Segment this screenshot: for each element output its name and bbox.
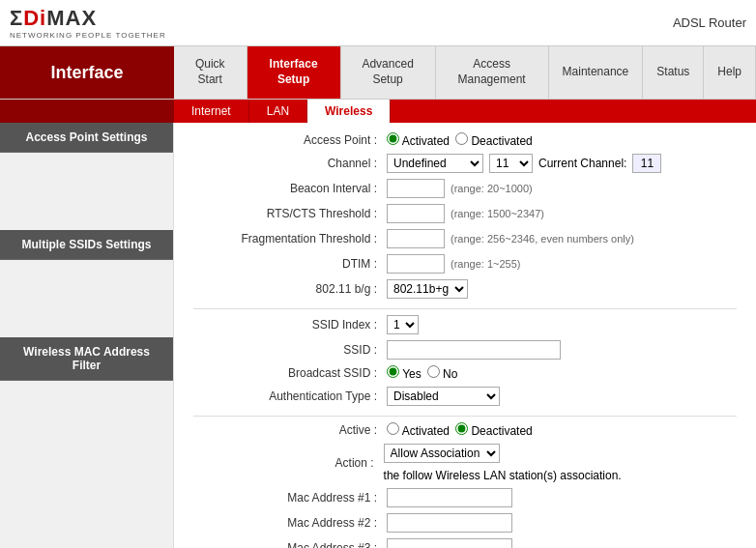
- mac-action-select[interactable]: Allow Association Deny Association: [384, 444, 500, 463]
- mac3-control: 00:00:00:00:00:00: [387, 538, 512, 548]
- mac-active-control: Activated Deactivated: [387, 422, 533, 438]
- sidebar-item-mac-filter-label: Wireless MAC Address Filter: [10, 345, 163, 372]
- access-point-activated-option[interactable]: Activated: [387, 132, 450, 148]
- channel-control: Undefined 1234 5678 910111213 1234 5678 …: [387, 154, 661, 173]
- broadcast-no-option[interactable]: No: [427, 365, 458, 381]
- header: ΣDiMAX NETWORKING PEOPLE TOGETHER ADSL R…: [0, 0, 756, 46]
- nav-tabs: Quick Start Interface Setup Advanced Set…: [174, 46, 756, 99]
- ssid-control: default: [387, 340, 561, 360]
- tab-advanced-setup[interactable]: Advanced Setup: [341, 46, 436, 99]
- mac1-input[interactable]: 00:00:00:00:00:00: [387, 488, 512, 507]
- broadcast-yes-radio[interactable]: [387, 365, 399, 378]
- beacon-input[interactable]: 100: [387, 179, 445, 198]
- ssid-index-control: 1234: [387, 315, 419, 334]
- rts-input[interactable]: 2347: [387, 204, 445, 223]
- dtim-input[interactable]: 1: [387, 254, 445, 274]
- content-area: Access Point : Activated Deactivated Cha…: [174, 123, 756, 548]
- mac2-input[interactable]: 00:00:00:00:00:00: [387, 513, 512, 533]
- current-channel-value: 11: [632, 154, 661, 173]
- ssid-label: SSID :: [193, 343, 387, 357]
- ssid-index-label: SSID Index :: [193, 318, 387, 332]
- mac2-label: Mac Address #2 :: [193, 516, 387, 530]
- logo-sigma: Σ: [10, 6, 23, 30]
- mac-activated-radio[interactable]: [387, 422, 399, 435]
- sub-nav-spacer: [0, 100, 174, 123]
- tab-quick-start[interactable]: Quick Start: [174, 46, 247, 99]
- beacon-hint: (range: 20~1000): [451, 183, 533, 194]
- dtim-hint: (range: 1~255): [451, 258, 520, 270]
- deactivated-radio[interactable]: [455, 132, 468, 145]
- tab-status[interactable]: Status: [643, 46, 704, 99]
- mac1-control: 00:00:00:00:00:00: [387, 488, 512, 507]
- dtim-label: DTIM :: [193, 257, 387, 271]
- channel-num-select[interactable]: 1234 5678 910111213: [489, 154, 533, 173]
- frag-input[interactable]: 2346: [387, 229, 445, 248]
- mac-activated-option[interactable]: Activated: [387, 422, 450, 438]
- mac-active-row: Active : Activated Deactivated: [193, 422, 737, 438]
- mac-deactivated-option[interactable]: Deactivated: [455, 422, 533, 438]
- frag-hint: (range: 256~2346, even numbers only): [451, 233, 634, 245]
- mac3-input[interactable]: 00:00:00:00:00:00: [387, 538, 512, 548]
- rts-hint: (range: 1500~2347): [451, 208, 544, 219]
- sidebar-item-wireless-mac-address-filter[interactable]: Wireless MAC Address Filter: [0, 337, 173, 381]
- broadcast-no-radio[interactable]: [427, 365, 440, 378]
- auth-type-row: Authentication Type : Disabled WEP WPA-P…: [193, 387, 737, 406]
- access-point-control: Activated Deactivated: [387, 132, 533, 148]
- broadcast-yes-option[interactable]: Yes: [387, 365, 422, 381]
- deactivated-label: Deactivated: [471, 134, 532, 148]
- access-point-section: Access Point : Activated Deactivated Cha…: [193, 132, 737, 299]
- ssid-input[interactable]: default: [387, 340, 561, 360]
- mode-select[interactable]: 802.11b 802.11g 802.11b+g: [387, 279, 468, 299]
- channel-row: Channel : Undefined 1234 5678 910111213 …: [193, 154, 737, 173]
- mac-filter-section: Active : Activated Deactivated Action :: [193, 422, 737, 548]
- activated-label: Activated: [402, 134, 450, 148]
- dtim-control: 1 (range: 1~255): [387, 254, 520, 274]
- tab-help[interactable]: Help: [704, 46, 756, 99]
- access-point-deactivated-option[interactable]: Deactivated: [455, 132, 533, 148]
- mac-deactivated-label: Deactivated: [471, 424, 532, 438]
- broadcast-ssid-row: Broadcast SSID : Yes No: [193, 365, 737, 381]
- dtim-row: DTIM : 1 (range: 1~255): [193, 254, 737, 274]
- channel-select[interactable]: Undefined 1234 5678 910111213: [387, 154, 483, 173]
- ssid-index-select[interactable]: 1234: [387, 315, 419, 334]
- mac3-row: Mac Address #3 : 00:00:00:00:00:00: [193, 538, 737, 548]
- logo-max: MAX: [46, 6, 97, 30]
- broadcast-ssid-label: Broadcast SSID :: [193, 366, 387, 380]
- sidebar-item-multiple-ssids-settings[interactable]: Multiple SSIDs Settings: [0, 230, 173, 260]
- main-layout: Access Point Settings Multiple SSIDs Set…: [0, 123, 756, 548]
- activated-radio[interactable]: [387, 132, 399, 145]
- broadcast-yes-label: Yes: [402, 367, 422, 381]
- sidebar-spacer-1: [0, 153, 173, 230]
- mode-control: 802.11b 802.11g 802.11b+g: [387, 279, 468, 299]
- access-point-label: Access Point :: [193, 133, 387, 147]
- sidebar-header-label: Interface: [0, 46, 174, 99]
- tab-interface-setup[interactable]: Interface Setup: [247, 46, 341, 99]
- sub-tab-wireless[interactable]: Wireless: [307, 100, 391, 123]
- frag-control: 2346 (range: 256~2346, even numbers only…: [387, 229, 634, 248]
- beacon-row: Beacon Interval : 100 (range: 20~1000): [193, 179, 737, 198]
- tab-maintenance[interactable]: Maintenance: [549, 46, 644, 99]
- mac-deactivated-radio[interactable]: [455, 422, 468, 435]
- mac-active-label: Active :: [193, 423, 387, 437]
- ssid-row: SSID : default: [193, 340, 737, 360]
- mac-action-suffix: the follow Wireless LAN station(s) assoc…: [384, 469, 622, 482]
- broadcast-no-label: No: [443, 367, 457, 381]
- divider-1: [193, 308, 737, 309]
- mac3-label: Mac Address #3 :: [193, 541, 387, 548]
- product-name: ADSL Router: [673, 15, 746, 30]
- tab-access-management[interactable]: Access Management: [436, 46, 549, 99]
- divider-2: [193, 416, 737, 417]
- auth-type-label: Authentication Type :: [193, 389, 387, 403]
- frag-row: Fragmentation Threshold : 2346 (range: 2…: [193, 229, 737, 248]
- sub-nav-container: Internet LAN Wireless: [0, 100, 756, 123]
- auth-type-select[interactable]: Disabled WEP WPA-PSK WPA2-PSK WPA/WPA2-P…: [387, 387, 500, 406]
- sidebar-item-access-point-settings[interactable]: Access Point Settings: [0, 123, 173, 153]
- rts-control: 2347 (range: 1500~2347): [387, 204, 544, 223]
- sub-tab-lan[interactable]: LAN: [249, 100, 307, 123]
- top-nav: Interface Quick Start Interface Setup Ad…: [0, 46, 756, 100]
- mac-action-control: Allow Association Deny Association the f…: [384, 444, 737, 482]
- frag-label: Fragmentation Threshold :: [193, 232, 387, 245]
- access-point-row: Access Point : Activated Deactivated: [193, 132, 737, 148]
- sub-tab-internet[interactable]: Internet: [174, 100, 249, 123]
- rts-row: RTS/CTS Threshold : 2347 (range: 1500~23…: [193, 204, 737, 223]
